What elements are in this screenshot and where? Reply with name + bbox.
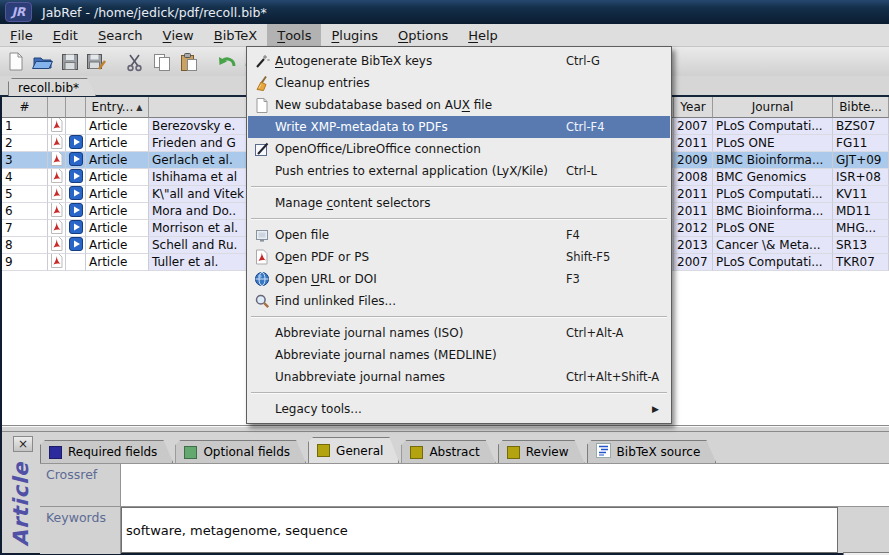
- menubar-item-view[interactable]: View: [153, 24, 204, 46]
- pdf-icon[interactable]: [50, 135, 63, 152]
- menubar-item-search[interactable]: Search: [88, 24, 153, 46]
- cut-icon[interactable]: [122, 49, 147, 74]
- menu-item-manage-content-selectors[interactable]: Manage content selectors: [248, 192, 670, 214]
- horizontal-splitter[interactable]: [2, 425, 889, 432]
- cell-entrytype[interactable]: Article: [86, 254, 149, 271]
- cell-url[interactable]: [66, 203, 86, 220]
- cell-entrytype[interactable]: Article: [86, 118, 149, 135]
- cell-pdf[interactable]: [48, 152, 66, 169]
- cell-entrytype[interactable]: Article: [86, 135, 149, 152]
- cell-pdf[interactable]: [48, 186, 66, 203]
- cell-pdf[interactable]: [48, 118, 66, 135]
- menu-item-find-unlinked-files[interactable]: Find unlinked Files...: [248, 290, 670, 312]
- column-header-entry[interactable]: Entry... ▲: [86, 97, 149, 118]
- cell-bibtexkey[interactable]: BZS07: [833, 118, 889, 135]
- menubar-item-options[interactable]: Options: [388, 24, 458, 46]
- cell-pdf[interactable]: [48, 254, 66, 271]
- cell-url[interactable]: [66, 118, 86, 135]
- pdf-icon[interactable]: [50, 118, 63, 135]
- save-icon[interactable]: [57, 49, 82, 74]
- menu-item-write-xmp-metadata-to-pdfs[interactable]: Write XMP-metadata to PDFsCtrl-F4: [248, 116, 670, 138]
- menu-item-openoffice-libreoffice-connection[interactable]: OpenOffice/LibreOffice connection: [248, 138, 670, 160]
- cell-journal[interactable]: BMC Bioinforma...: [713, 152, 833, 169]
- cell-bibtexkey[interactable]: KV11: [833, 186, 889, 203]
- cell-year[interactable]: 2007: [674, 118, 713, 135]
- menubar-item-tools[interactable]: Tools: [267, 24, 321, 46]
- cell-year[interactable]: 2011: [674, 135, 713, 152]
- cell-journal[interactable]: PLoS Computati...: [713, 186, 833, 203]
- column-header-item[interactable]: [66, 97, 86, 118]
- cell-journal[interactable]: PLoS ONE: [713, 220, 833, 237]
- menu-item-abbreviate-journal-names-iso[interactable]: Abbreviate journal names (ISO)Ctrl+Alt-A: [248, 322, 670, 344]
- url-icon[interactable]: [69, 203, 83, 220]
- column-header-item[interactable]: #: [2, 97, 48, 118]
- menu-item-autogenerate-bibtex-keys[interactable]: Autogenerate BibTeX keysCtrl-G: [248, 50, 670, 72]
- editor-tab-optional-fields[interactable]: Optional fields: [175, 440, 306, 463]
- cell-number[interactable]: 7: [2, 220, 48, 237]
- pdf-icon[interactable]: [50, 152, 63, 169]
- cell-url[interactable]: [66, 254, 86, 271]
- cell-url[interactable]: [66, 152, 86, 169]
- cell-journal[interactable]: BMC Genomics: [713, 169, 833, 186]
- undo-icon[interactable]: [214, 49, 239, 74]
- cell-entrytype[interactable]: Article: [86, 203, 149, 220]
- cell-bibtexkey[interactable]: MD11: [833, 203, 889, 220]
- cell-journal[interactable]: PLoS ONE: [713, 135, 833, 152]
- paste-icon[interactable]: [176, 49, 201, 74]
- url-icon[interactable]: [69, 169, 83, 186]
- cell-pdf[interactable]: [48, 135, 66, 152]
- cell-year[interactable]: 2007: [674, 254, 713, 271]
- cell-entrytype[interactable]: Article: [86, 152, 149, 169]
- menu-item-new-subdatabase-based-on-aux-file[interactable]: New subdatabase based on AUX file: [248, 94, 670, 116]
- cell-bibtexkey[interactable]: FG11: [833, 135, 889, 152]
- cell-pdf[interactable]: [48, 169, 66, 186]
- cell-pdf[interactable]: [48, 203, 66, 220]
- cell-bibtexkey[interactable]: GJT+09: [833, 152, 889, 169]
- cell-year[interactable]: 2008: [674, 169, 713, 186]
- cell-number[interactable]: 8: [2, 237, 48, 254]
- cell-pdf[interactable]: [48, 220, 66, 237]
- column-header-journal[interactable]: Journal: [713, 97, 833, 118]
- cell-entrytype[interactable]: Article: [86, 169, 149, 186]
- cell-year[interactable]: 2011: [674, 203, 713, 220]
- save-as-icon[interactable]: [84, 49, 109, 74]
- menubar-item-edit[interactable]: Edit: [43, 24, 88, 46]
- cell-journal[interactable]: PLoS Computati...: [713, 254, 833, 271]
- crossref-input[interactable]: [121, 464, 889, 506]
- cell-number[interactable]: 2: [2, 135, 48, 152]
- editor-tab-general[interactable]: General: [308, 437, 399, 463]
- cell-bibtexkey[interactable]: SR13: [833, 237, 889, 254]
- pdf-icon[interactable]: [50, 220, 63, 237]
- menu-item-legacy-tools[interactable]: Legacy tools...▶: [248, 398, 670, 420]
- cell-year[interactable]: 2011: [674, 186, 713, 203]
- cell-url[interactable]: [66, 237, 86, 254]
- column-header-item[interactable]: [48, 97, 66, 118]
- cell-url[interactable]: [66, 186, 86, 203]
- pdf-icon[interactable]: [50, 203, 63, 220]
- cell-year[interactable]: 2009: [674, 152, 713, 169]
- column-header-bibte[interactable]: Bibte...: [833, 97, 889, 118]
- cell-bibtexkey[interactable]: TKR07: [833, 254, 889, 271]
- cell-year[interactable]: 2012: [674, 220, 713, 237]
- cell-number[interactable]: 4: [2, 169, 48, 186]
- url-icon[interactable]: [69, 220, 83, 237]
- new-file-icon[interactable]: [3, 49, 28, 74]
- pdf-icon[interactable]: [50, 254, 63, 271]
- cell-url[interactable]: [66, 169, 86, 186]
- pdf-icon[interactable]: [50, 237, 63, 254]
- menu-item-open-file[interactable]: Open fileF4: [248, 224, 670, 246]
- editor-tab-review[interactable]: Review: [498, 440, 585, 463]
- cell-entrytype[interactable]: Article: [86, 237, 149, 254]
- cell-journal[interactable]: BMC Bioinforma...: [713, 203, 833, 220]
- cell-bibtexkey[interactable]: ISR+08: [833, 169, 889, 186]
- cell-journal[interactable]: PLoS Computati...: [713, 118, 833, 135]
- menu-item-open-pdf-or-ps[interactable]: Open PDF or PSShift-F5: [248, 246, 670, 268]
- menubar-item-help[interactable]: Help: [458, 24, 508, 46]
- url-icon[interactable]: [69, 152, 83, 169]
- editor-tab-abstract[interactable]: Abstract: [401, 440, 495, 463]
- menu-item-abbreviate-journal-names-medline[interactable]: Abbreviate journal names (MEDLINE): [248, 344, 670, 366]
- cell-entrytype[interactable]: Article: [86, 220, 149, 237]
- cell-number[interactable]: 5: [2, 186, 48, 203]
- cell-number[interactable]: 1: [2, 118, 48, 135]
- close-editor-button[interactable]: ×: [13, 436, 33, 452]
